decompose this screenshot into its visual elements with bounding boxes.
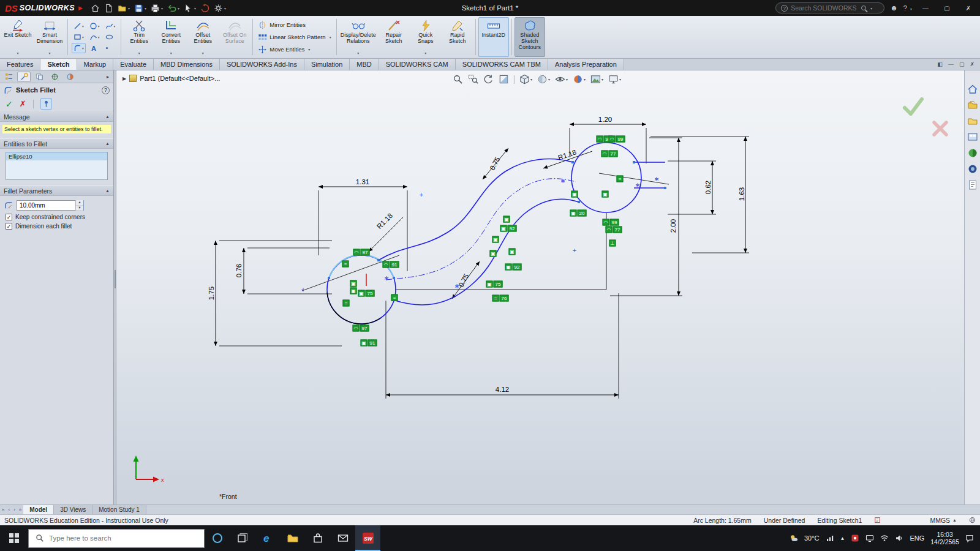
exit-sketch-caret-icon[interactable]: ▾	[17, 51, 18, 56]
user-account-icon[interactable]: ☻	[890, 4, 898, 12]
smart-dimension-button[interactable]: Smart Dimension ▾	[34, 17, 65, 57]
file-explorer-tab[interactable]	[967, 116, 978, 127]
exit-sketch-button[interactable]: Exit Sketch ▾	[2, 17, 33, 57]
entity-item-ellipse10[interactable]: Ellipse10	[6, 152, 107, 160]
ok-button[interactable]: ✓	[6, 99, 13, 109]
sketch-fillet-tool-button[interactable]: ▾	[72, 43, 86, 53]
restore-doc-icon[interactable]: ▢	[959, 61, 965, 67]
save-caret-icon[interactable]: ▾	[145, 6, 146, 10]
status-globe-icon[interactable]	[969, 517, 976, 523]
file-explorer-taskbar-button[interactable]	[280, 525, 305, 551]
clock[interactable]: 16:03 14/2/2565	[930, 531, 959, 545]
convert-caret-icon[interactable]: ▾	[170, 51, 172, 56]
spline-tool-button[interactable]: ▾	[104, 21, 118, 31]
collapse-chevron-icon[interactable]: ▲	[105, 114, 110, 119]
options-button[interactable]: ▾	[212, 2, 228, 14]
tab-evaluate[interactable]: Evaluate	[113, 59, 154, 70]
view-orientation-button[interactable]: ▾	[519, 74, 532, 84]
temperature-label[interactable]: 30°C	[804, 534, 820, 542]
solidworks-resources-tab[interactable]	[967, 84, 978, 95]
zoom-to-area-button[interactable]	[468, 74, 478, 84]
hide-show-items-button[interactable]: ▾	[555, 74, 568, 84]
minimize-button[interactable]: —	[918, 5, 933, 12]
ellipse-tool-button[interactable]	[104, 32, 115, 42]
search-icon[interactable]	[861, 6, 866, 10]
tab-mbd-dimensions[interactable]: MBD Dimensions	[154, 59, 220, 70]
tab-mbd[interactable]: MBD	[350, 59, 379, 70]
forum-tab[interactable]	[967, 179, 978, 190]
logo-flyout-arrow-icon[interactable]: ▶	[78, 5, 83, 11]
wifi-icon[interactable]	[880, 534, 889, 542]
linear-sketch-pattern-button[interactable]: Linear Sketch Pattern ▾	[255, 32, 333, 42]
tab-simulation[interactable]: Simulation	[304, 59, 350, 70]
tab-sketch[interactable]: Sketch	[40, 59, 77, 70]
view-settings-button[interactable]: ▾	[608, 74, 621, 84]
trim-caret-icon[interactable]: ▾	[138, 51, 140, 56]
print-button[interactable]: ▾	[149, 2, 165, 14]
tray-app-icon[interactable]	[851, 534, 859, 542]
edit-appearance-button[interactable]: ▾	[573, 74, 586, 84]
displaymanager-tab[interactable]	[63, 72, 77, 82]
restore-button[interactable]: ▢	[939, 5, 955, 12]
display-style-button[interactable]: ▾	[537, 74, 550, 84]
undo-button[interactable]: ▾	[165, 2, 181, 14]
solidworks-taskbar-button[interactable]: SW	[355, 525, 380, 551]
spinner-up-icon[interactable]: ▲	[76, 200, 83, 206]
spinner-down-icon[interactable]: ▼	[76, 206, 83, 211]
tab-scroll-next-icon[interactable]: ›	[12, 505, 17, 514]
repair-sketch-button[interactable]: Repair Sketch	[379, 17, 409, 57]
convert-entities-button[interactable]: Convert Entities ▾	[156, 17, 186, 57]
move-entities-button[interactable]: Move Entities ▾	[255, 44, 333, 54]
display-icon[interactable]	[865, 534, 874, 542]
close-button[interactable]: ✗	[960, 5, 976, 12]
fillet-radius-field[interactable]: ▲▼	[17, 200, 84, 211]
tab-scroll-prev-icon[interactable]: ‹	[6, 505, 12, 514]
undo-caret-icon[interactable]: ▾	[178, 6, 179, 10]
taskbar-search-box[interactable]	[28, 529, 205, 548]
task-view-taskbar-button[interactable]	[230, 525, 255, 551]
design-library-tab[interactable]	[967, 100, 978, 111]
instant2d-button[interactable]: Instant2D	[478, 17, 509, 57]
volume-icon[interactable]	[895, 534, 903, 542]
circle-tool-button[interactable]: ▾	[88, 21, 102, 31]
bottom-tab-3d-views[interactable]: 3D Views	[54, 505, 92, 514]
entities-to-fillet-listbox[interactable]: Ellipse10	[6, 152, 108, 180]
confirm-cancel-icon[interactable]	[932, 121, 948, 137]
home-button[interactable]	[89, 2, 102, 14]
tab-analysis-preparation[interactable]: Analysis Preparation	[548, 59, 624, 70]
quick-snaps-button[interactable]: Quick Snaps ▾	[410, 17, 441, 57]
cancel-button[interactable]: ✗	[20, 99, 26, 108]
collapse-chevron-icon[interactable]: ▲	[105, 189, 110, 193]
weather-icon[interactable]	[790, 534, 798, 542]
manager-tabs-expand-icon[interactable]: ▸	[104, 72, 111, 82]
zoom-to-fit-button[interactable]	[453, 74, 463, 84]
arc-tool-button[interactable]: ▾	[88, 32, 102, 42]
radius-spinner[interactable]: ▲▼	[75, 200, 83, 211]
edge-taskbar-button[interactable]: e	[255, 525, 280, 551]
entities-section-header[interactable]: Entities to Fillet ▲	[0, 138, 113, 149]
shaded-sketch-contours-button[interactable]: Shaded Sketch Contours	[514, 17, 545, 57]
action-center-icon[interactable]	[965, 534, 974, 542]
confirm-ok-icon[interactable]	[903, 97, 924, 116]
part-name-label[interactable]: Part1 (Default<<Default>...	[140, 75, 220, 82]
tab-solidworks-cam[interactable]: SOLIDWORKS CAM	[379, 59, 456, 70]
help-search-input[interactable]	[791, 4, 858, 12]
help-menu-button[interactable]: ? ▾	[903, 4, 912, 12]
propertymanager-tab[interactable]	[17, 72, 31, 82]
options-caret-icon[interactable]: ▾	[224, 6, 226, 10]
bottom-tab-model[interactable]: Model	[23, 505, 54, 514]
bottom-tab-motion-study-1[interactable]: Motion Study 1	[92, 505, 146, 514]
custom-properties-tab[interactable]	[967, 163, 978, 174]
display-delete-caret-icon[interactable]: ▾	[357, 51, 359, 56]
tree-expand-icon[interactable]: ▶	[123, 76, 126, 81]
display-delete-relations-button[interactable]: Display/Delete Relations ▾	[339, 17, 377, 57]
mail-taskbar-button[interactable]	[330, 525, 355, 551]
text-tool-button[interactable]: A	[88, 43, 99, 53]
line-tool-button[interactable]: ▾	[72, 21, 86, 31]
start-button[interactable]	[0, 525, 28, 551]
editing-status-label[interactable]: Editing Sketch1	[817, 517, 862, 524]
offset-caret-icon[interactable]: ▾	[202, 51, 204, 56]
open-button[interactable]: ▾	[116, 2, 132, 14]
property-help-icon[interactable]: ?	[102, 86, 110, 94]
trim-entities-button[interactable]: Trim Entities ▾	[124, 17, 154, 57]
